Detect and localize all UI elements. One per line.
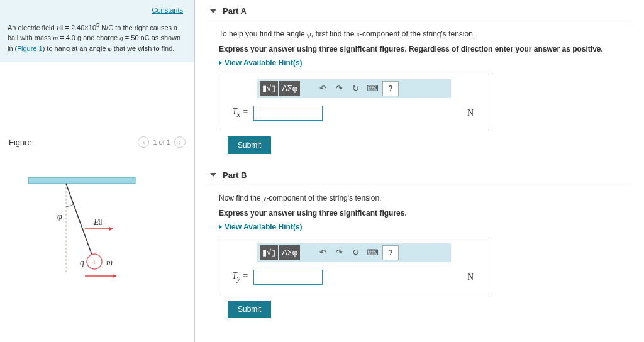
part-a-body: To help you find the angle φ, first find… <box>206 21 633 157</box>
part-a-unit: N <box>467 108 474 118</box>
svg-marker-5 <box>109 227 113 231</box>
keyboard-icon[interactable]: ⌨ <box>364 81 381 96</box>
symbols-tool-button[interactable]: ΑΣφ <box>279 81 300 96</box>
undo-icon[interactable]: ↶ <box>315 81 330 96</box>
part-a-format: Express your answer using three signific… <box>219 45 620 53</box>
part-b-format: Express your answer using three signific… <box>219 209 620 218</box>
part-b-header[interactable]: Part B <box>206 164 633 185</box>
svg-text:m: m <box>106 258 113 267</box>
help-button[interactable]: ? <box>382 81 399 96</box>
svg-text:+: + <box>92 257 97 267</box>
part-a-hints-link[interactable]: View Available Hint(s) <box>219 58 620 67</box>
undo-icon[interactable]: ↶ <box>315 245 330 260</box>
figure-header: Figure ‹ 1 of 1 › <box>0 131 194 153</box>
redo-icon[interactable]: ↷ <box>331 81 347 96</box>
part-b-toolbar: ▮√▯ ΑΣφ ↶ ↷ ↻ ⌨ ? <box>257 243 451 262</box>
figure-next-button[interactable]: › <box>174 136 186 148</box>
part-a-submit-button[interactable]: Submit <box>228 136 271 154</box>
symbols-tool-button[interactable]: ΑΣφ <box>279 245 300 260</box>
svg-line-2 <box>66 184 94 262</box>
problem-text: An electric field E⃗ = 2.40×105 N/C to t… <box>8 21 187 53</box>
part-b-input[interactable] <box>253 270 323 285</box>
part-a-instruction: To help you find the angle φ, first find… <box>219 29 620 40</box>
part-a-answer-box: ▮√▯ ΑΣφ ↶ ↷ ↻ ⌨ ? Tx = N <box>219 74 489 130</box>
reset-icon[interactable]: ↻ <box>348 81 363 96</box>
part-b-body: Now find the y-component of the string's… <box>206 185 633 321</box>
part-b-instruction: Now find the y-component of the string's… <box>219 193 620 204</box>
figure-nav: ‹ 1 of 1 › <box>138 136 186 148</box>
part-a-toolbar: ▮√▯ ΑΣφ ↶ ↷ ↻ ⌨ ? <box>257 79 451 98</box>
svg-text:φ: φ <box>57 212 62 221</box>
part-a-title: Part A <box>223 6 247 16</box>
part-b-var-label: Ty = <box>227 271 248 283</box>
template-tool-icon[interactable]: ▮√▯ <box>260 245 278 260</box>
reset-icon[interactable]: ↻ <box>348 245 363 260</box>
figure-label: Figure <box>9 138 32 147</box>
part-a-input[interactable] <box>253 106 323 121</box>
constants-link[interactable]: Constants <box>152 6 183 14</box>
part-b-answer-line: Ty = N <box>219 270 489 285</box>
part-a-header[interactable]: Part A <box>206 0 633 21</box>
part-a-var-label: Tx = <box>227 107 248 119</box>
template-tool-icon[interactable]: ▮√▯ <box>260 81 278 96</box>
part-b-unit: N <box>467 272 474 282</box>
svg-text:q: q <box>80 258 84 267</box>
right-panel: Part A To help you find the angle φ, fir… <box>195 0 644 342</box>
part-b-title: Part B <box>223 170 247 180</box>
part-b-hints-link[interactable]: View Available Hint(s) <box>219 223 620 231</box>
figure-diagram: φ E⃗ + m q <box>22 166 142 292</box>
svg-text:E⃗: E⃗ <box>93 218 103 227</box>
part-b-submit-button[interactable]: Submit <box>228 301 271 318</box>
keyboard-icon[interactable]: ⌨ <box>364 245 381 260</box>
figure-area: φ E⃗ + m q <box>0 153 194 306</box>
collapse-caret-icon <box>210 9 216 13</box>
redo-icon[interactable]: ↷ <box>331 245 347 260</box>
left-panel: Constants An electric field E⃗ = 2.40×10… <box>0 0 195 342</box>
figure-pager: 1 of 1 <box>153 138 170 146</box>
part-b-answer-box: ▮√▯ ΑΣφ ↶ ↷ ↻ ⌨ ? Ty = N <box>219 238 489 294</box>
collapse-caret-icon <box>210 173 216 177</box>
svg-rect-0 <box>28 177 135 184</box>
help-button[interactable]: ? <box>382 245 399 260</box>
figure-prev-button[interactable]: ‹ <box>138 136 149 148</box>
svg-marker-12 <box>113 274 116 278</box>
part-a-answer-line: Tx = N <box>219 106 489 121</box>
problem-statement: Constants An electric field E⃗ = 2.40×10… <box>0 0 194 62</box>
